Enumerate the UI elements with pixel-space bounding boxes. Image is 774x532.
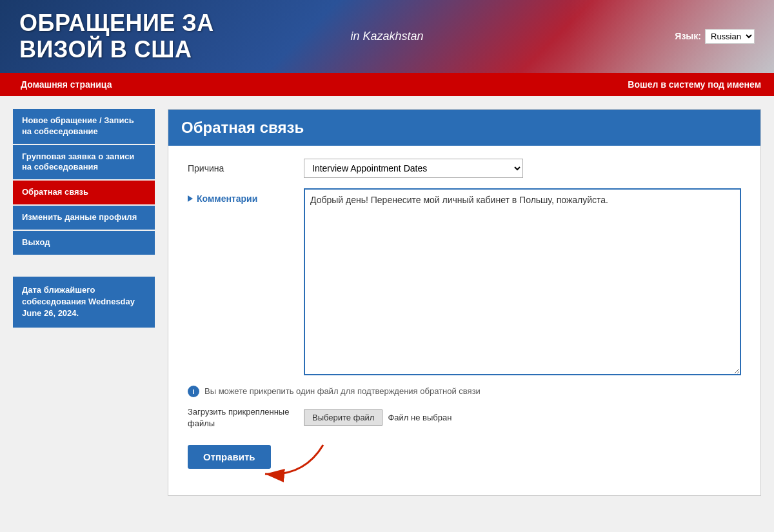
info-row: i Вы можете прикрепить один файл для под… [188,386,741,397]
navbar-home[interactable]: Домашняя страница [13,74,119,95]
info-icon: i [188,386,199,397]
upload-label: Загрузить прикрепленные файлы [188,406,291,429]
sidebar-item-new-appointment[interactable]: Новое обращение / Запись на собеседовани… [13,109,155,144]
header-title: ОБРАЩЕНИЕ ЗА ВИЗОЙ В США [19,10,214,63]
comments-triangle-icon [188,195,193,202]
sidebar-item-group-appointment[interactable]: Групповая заявка о записи на собеседован… [13,145,155,180]
reason-select[interactable]: Interview Appointment Dates Technical Is… [304,159,523,178]
header-title-line1: ОБРАЩЕНИЕ ЗА [19,10,214,36]
sidebar-item-feedback[interactable]: Обратная связь [13,181,155,204]
comments-label: Комментарии [197,193,257,204]
header: ОБРАЩЕНИЕ ЗА ВИЗОЙ В США in Kazakhstan Я… [0,0,774,73]
language-label: Язык: [675,31,701,41]
header-left: ОБРАЩЕНИЕ ЗА ВИЗОЙ В США [19,10,214,63]
header-right: Язык: Russian English Kazakh [675,29,755,44]
content-body: Причина Interview Appointment Dates Tech… [168,146,760,495]
navbar-user: Вошел в систему под именем [628,79,761,90]
submit-section: Отправить [188,445,741,482]
comments-label-col: Комментарии [188,188,291,204]
reason-row: Причина Interview Appointment Dates Tech… [188,159,741,178]
arrow-icon [226,438,330,490]
comments-row: Комментарии Добрый день! Перенесите мой … [188,188,741,375]
sidebar-spacer [13,256,155,269]
sidebar-item-logout[interactable]: Выход [13,231,155,255]
header-subtitle: in Kazakhstan [350,30,423,43]
upload-row: Загрузить прикрепленные файлы Выберите ф… [188,406,741,429]
sidebar: Новое обращение / Запись на собеседовани… [13,109,155,496]
sidebar-item-edit-profile[interactable]: Изменить данные профиля [13,206,155,230]
no-file-label: Файл не выбран [388,413,452,422]
header-title-line2: ВИЗОЙ В США [19,36,192,63]
content-title: Обратная связь [181,119,304,136]
navbar: Домашняя страница Вошел в систему под им… [0,73,774,96]
content-header: Обратная связь [168,110,760,146]
content-area: Обратная связь Причина Interview Appoint… [168,109,761,496]
main-layout: Новое обращение / Запись на собеседовани… [0,96,774,509]
comments-textarea[interactable]: Добрый день! Перенесите мой личный кабин… [304,188,741,375]
upload-controls: Выберите файл Файл не выбран [304,409,452,426]
sidebar-info-box: Дата ближайшего собеседования Wednesday … [13,277,155,328]
reason-label: Причина [188,163,291,173]
upload-button[interactable]: Выберите файл [304,409,382,426]
language-select[interactable]: Russian English Kazakh [705,29,755,44]
info-text: Вы можете прикрепить один файл для подтв… [204,386,481,396]
